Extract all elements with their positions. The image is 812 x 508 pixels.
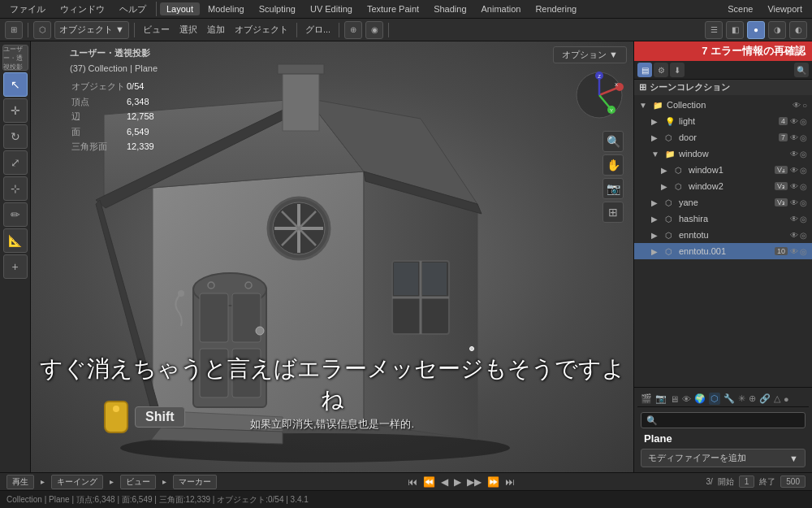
window-eye-icon[interactable]: 👁 xyxy=(790,150,798,158)
properties-tab[interactable]: ⚙ xyxy=(654,63,668,77)
light-eye-icon[interactable]: 👁 xyxy=(790,117,798,126)
annotate-tool[interactable]: ✏ xyxy=(3,202,28,227)
enntotu-eye-icon[interactable]: 👁 xyxy=(790,231,798,240)
material-btn[interactable]: ◑ xyxy=(768,21,786,39)
add-tool[interactable]: + xyxy=(3,254,28,279)
next-frame-btn[interactable]: ▶▶ xyxy=(465,476,483,488)
light-render-icon[interactable]: ◎ xyxy=(800,117,807,126)
menu-file[interactable]: ファイル xyxy=(3,2,52,17)
select-menu-btn[interactable]: 選択 xyxy=(176,24,201,36)
grid-btn[interactable]: ⊞ xyxy=(603,202,624,223)
add-modifier-button[interactable]: モディファイアーを追加 ▼ xyxy=(641,449,806,467)
prop-scene-icon[interactable]: 🎬 xyxy=(641,393,652,404)
render-btn[interactable]: ◐ xyxy=(789,21,807,39)
collection-eye-icon[interactable]: 👁 xyxy=(793,101,801,110)
menu-uv-editing[interactable]: UV Editing xyxy=(304,2,359,15)
tree-item-window[interactable]: ▼ 📁 window 👁 ◎ xyxy=(634,145,812,162)
property-search-input[interactable] xyxy=(641,412,806,428)
options-button[interactable]: オプション ▼ xyxy=(553,46,627,63)
outliner-tab[interactable]: ▤ xyxy=(637,63,652,77)
end-frame-val[interactable]: 500 xyxy=(780,475,806,488)
zoom-in-btn[interactable]: 🔍 xyxy=(603,131,624,152)
prop-material-icon[interactable]: ● xyxy=(784,394,789,404)
tree-item-enntotu[interactable]: ▶ ⬡ enntotu 👁 ◎ xyxy=(634,227,812,243)
window2-eye-icon[interactable]: 👁 xyxy=(790,182,798,191)
object-menu-btn[interactable]: オブジェクト xyxy=(231,24,292,36)
start-frame-val[interactable]: 1 xyxy=(739,475,755,488)
menu-animation[interactable]: Animation xyxy=(475,2,528,15)
menu-help[interactable]: ヘルプ xyxy=(113,2,153,17)
tree-item-window1[interactable]: ▶ ⬡ window1 V₄ 👁 ◎ xyxy=(634,162,812,178)
tree-item-yane[interactable]: ▶ ⬡ yane V₃ 👁 ◎ xyxy=(634,194,812,211)
menu-window[interactable]: ウィンドウ xyxy=(54,2,111,17)
next-key-btn[interactable]: ⏩ xyxy=(486,476,501,488)
prop-modifier-icon[interactable]: 🔧 xyxy=(723,393,735,404)
viewport-gizmo[interactable]: X Y Z xyxy=(575,71,624,119)
door-eye-icon[interactable]: 👁 xyxy=(790,133,798,142)
jump-start-btn[interactable]: ⏮ xyxy=(406,476,419,488)
glo-menu-btn[interactable]: グロ... xyxy=(302,24,334,36)
marker-btn[interactable]: マーカー xyxy=(173,475,217,489)
hashira-eye-icon[interactable]: 👁 xyxy=(790,215,798,224)
view-menu-btn[interactable]: ビュー xyxy=(140,24,173,36)
prop-particles-icon[interactable]: ✳ xyxy=(738,393,745,404)
move-tool[interactable]: ✛ xyxy=(3,98,28,123)
playback-btn[interactable]: 再生 xyxy=(6,475,34,489)
xray-btn[interactable]: ◧ xyxy=(726,21,744,39)
solid-mode-btn[interactable]: ● xyxy=(747,21,765,39)
menu-modeling[interactable]: Modeling xyxy=(201,2,251,15)
rotate-tool[interactable]: ↻ xyxy=(3,124,28,149)
search-tab[interactable]: 🔍 xyxy=(794,63,809,77)
viewport-label[interactable]: Viewport xyxy=(761,2,809,15)
window1-eye-icon[interactable]: 👁 xyxy=(790,166,798,175)
keying-btn[interactable]: キーイング xyxy=(51,475,103,489)
prop-data-icon[interactable]: △ xyxy=(774,393,780,404)
prev-key-btn[interactable]: ⏪ xyxy=(421,476,437,488)
prop-output-icon[interactable]: 🖥 xyxy=(670,394,679,404)
window-render-icon[interactable]: ◎ xyxy=(800,150,807,158)
collection-hide-icon[interactable]: ○ xyxy=(802,101,807,110)
menu-texture-paint[interactable]: Texture Paint xyxy=(361,2,425,15)
prop-physics-icon[interactable]: ⊕ xyxy=(749,393,756,404)
viewport-3d[interactable]: ユーザー・透視投影 (37) Collection | Plane オブジェクト… xyxy=(31,41,633,472)
prop-constraints-icon[interactable]: 🔗 xyxy=(759,393,771,404)
view-btn[interactable]: ビュー xyxy=(120,475,156,489)
tree-item-light[interactable]: ▶ 💡 light 4 👁 ◎ xyxy=(634,113,812,129)
enntotu001-render-icon[interactable]: ◎ xyxy=(800,247,807,256)
jump-end-btn[interactable]: ⏭ xyxy=(503,476,516,488)
prev-frame-btn[interactable]: ◀ xyxy=(439,476,450,488)
window1-render-icon[interactable]: ◎ xyxy=(800,166,807,175)
overlay-btn[interactable]: ☰ xyxy=(705,21,723,39)
prop-world-icon[interactable]: 🌍 xyxy=(694,393,706,404)
filter-tab[interactable]: ⬇ xyxy=(670,63,685,77)
play-btn[interactable]: ▶ xyxy=(452,476,463,488)
menu-layout[interactable]: Layout xyxy=(160,2,200,15)
scale-tool[interactable]: ⤢ xyxy=(3,150,28,175)
zoom-out-btn[interactable]: ✋ xyxy=(603,154,624,176)
enntotu-render-icon[interactable]: ◎ xyxy=(800,231,807,240)
window2-render-icon[interactable]: ◎ xyxy=(800,182,807,191)
scene-label[interactable]: Scene xyxy=(721,2,759,15)
object-icon-btn[interactable]: ⬡ xyxy=(33,21,51,39)
enntotu001-eye-icon[interactable]: 👁 xyxy=(790,247,798,256)
snap-btn[interactable]: ⊕ xyxy=(344,21,362,39)
editor-type-btn[interactable]: ⊞ xyxy=(5,21,23,39)
door-render-icon[interactable]: ◎ xyxy=(800,133,807,142)
measure-tool[interactable]: 📐 xyxy=(3,228,28,253)
tree-item-enntotu001[interactable]: ▶ ⬡ enntotu.001 10 👁 ◎ xyxy=(634,243,812,259)
add-menu-btn[interactable]: 追加 xyxy=(204,24,228,36)
hashira-render-icon[interactable]: ◎ xyxy=(800,215,807,224)
prop-obj-icon[interactable]: ⬡ xyxy=(709,393,720,405)
yane-eye-icon[interactable]: 👁 xyxy=(790,198,798,207)
tree-item-window2[interactable]: ▶ ⬡ window2 V₃ 👁 ◎ xyxy=(634,178,812,194)
menu-sculpting[interactable]: Sculpting xyxy=(253,2,302,15)
menu-rendering[interactable]: Rendering xyxy=(529,2,583,15)
cursor-tool[interactable]: ↖ xyxy=(3,72,28,97)
camera-btn[interactable]: 📷 xyxy=(603,178,624,199)
prop-render-icon[interactable]: 📷 xyxy=(655,393,667,404)
tree-item-door[interactable]: ▶ ⬡ door 7 👁 ◎ xyxy=(634,129,812,145)
yane-render-icon[interactable]: ◎ xyxy=(800,198,807,207)
tree-item-hashira[interactable]: ▶ ⬡ hashira 👁 ◎ xyxy=(634,211,812,227)
transform-tool[interactable]: ⊹ xyxy=(3,176,28,201)
menu-shading[interactable]: Shading xyxy=(427,2,473,15)
